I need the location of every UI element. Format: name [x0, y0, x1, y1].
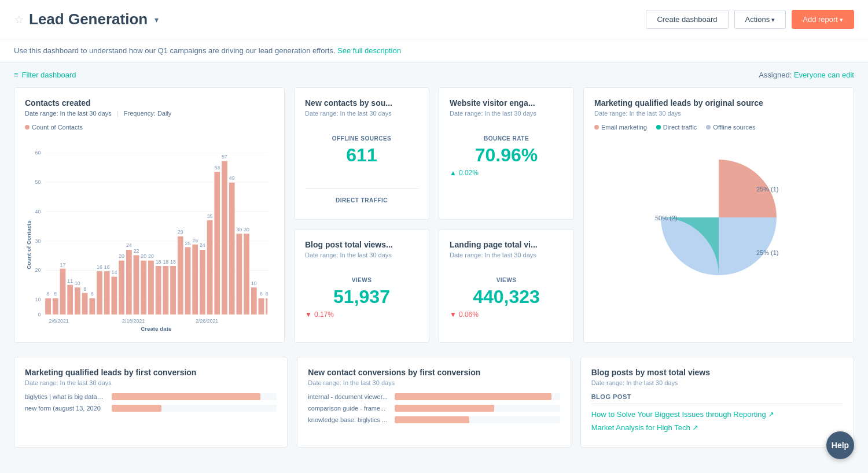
legend-dot-offline: [706, 125, 711, 130]
bar-6: [89, 298, 95, 315]
filter-icon: ≡: [14, 71, 19, 79]
svg-text:16: 16: [97, 264, 102, 270]
conv-item-label-1: comparison guide - frame...: [308, 405, 389, 412]
svg-text:20: 20: [119, 253, 124, 259]
pie-label-email: 25% (1): [756, 186, 779, 193]
website-change-value: 0.02%: [459, 169, 479, 177]
bar-28: [251, 287, 257, 315]
svg-text:60: 60: [35, 150, 41, 156]
mql-source-title: Marketing qualified leads by original so…: [594, 98, 843, 108]
bar-30: [266, 298, 267, 315]
new-contacts-subtitle: Date range: In the last 30 days: [305, 110, 418, 117]
svg-text:40: 40: [35, 209, 41, 215]
mql-source-subtitle: Date range: In the last 30 days: [594, 110, 843, 117]
svg-text:35: 35: [207, 213, 213, 219]
mql-legend: Email marketing Direct traffic Offline s…: [594, 124, 843, 131]
svg-text:2/16/2021: 2/16/2021: [122, 318, 145, 324]
bar-20: [192, 245, 198, 315]
landing-change-value: 0.06%: [459, 311, 479, 319]
svg-text:6: 6: [266, 291, 269, 297]
mql-first-conversion-title: Marketing qualified leads by first conve…: [25, 368, 277, 377]
website-metric-label: BOUNCE RATE: [450, 135, 563, 142]
bar-17: [170, 266, 176, 315]
blog-link-1[interactable]: Market Analysis for High Tech ↗: [591, 423, 843, 432]
bar-4: [75, 287, 80, 315]
filter-dashboard-button[interactable]: ≡ Filter dashboard: [14, 71, 76, 79]
svg-text:16: 16: [104, 264, 110, 270]
bar-22: [207, 220, 213, 315]
legend-offline: Offline sources: [706, 124, 755, 131]
bar-8: [104, 271, 110, 315]
list-item: biglytics | what is big data?: ebook for…: [25, 393, 277, 400]
website-visitor-card: Website visitor enga... Date range: In t…: [439, 87, 574, 220]
svg-text:49: 49: [229, 175, 235, 181]
bar-24: [222, 161, 227, 315]
arrow-down-icon-2: ▼: [450, 311, 457, 319]
filter-label: Filter dashboard: [22, 71, 76, 79]
legend-email-label: Email marketing: [601, 124, 647, 131]
bar-29: [259, 298, 264, 315]
svg-text:20: 20: [141, 253, 146, 259]
assigned-value[interactable]: Everyone can edit: [794, 71, 854, 79]
create-dashboard-button[interactable]: Create dashboard: [646, 10, 728, 29]
arrow-up-icon: ▲: [450, 169, 457, 177]
help-button[interactable]: Help: [826, 431, 854, 459]
svg-text:2/26/2021: 2/26/2021: [196, 318, 218, 324]
new-contact-conversions-card: New contact conversions by first convers…: [297, 357, 571, 448]
arrow-down-icon: ▼: [305, 311, 312, 319]
description-text: Use this dashboard to understand how our…: [14, 46, 335, 55]
bar-16: [163, 266, 168, 315]
landing-views-metric-label: VIEWS: [450, 277, 563, 283]
svg-text:Create date: Create date: [141, 326, 172, 332]
bar-14: [148, 261, 154, 315]
blog-views-change: ▼ 0.17%: [305, 311, 418, 319]
legend-email: Email marketing: [594, 124, 647, 131]
blog-link-0[interactable]: How to Solve Your Biggest Issues through…: [591, 410, 843, 419]
star-icon[interactable]: ☆: [14, 13, 24, 27]
landing-views-title: Landing page total vi...: [450, 240, 563, 249]
mql-item-bar-fill-1: [112, 405, 161, 412]
legend-label-contacts: Count of Contacts: [32, 124, 83, 131]
svg-text:10: 10: [75, 280, 80, 286]
blog-most-views-card: Blog posts by most total views Date rang…: [580, 357, 854, 448]
svg-text:Count of Contacts: Count of Contacts: [25, 220, 32, 269]
legend-dot-direct: [656, 125, 661, 130]
svg-text:24: 24: [200, 242, 205, 248]
bar-21: [200, 250, 205, 315]
contacts-created-subtitle: Date range: In the last 30 days | Freque…: [25, 110, 274, 117]
bar-0: [45, 298, 51, 315]
svg-text:6: 6: [54, 291, 57, 297]
conv-item-bar-0: [395, 393, 560, 400]
bar-10: [119, 261, 124, 315]
legend-dot-email: [594, 125, 599, 130]
chevron-down-icon[interactable]: ▾: [155, 15, 159, 24]
svg-text:18: 18: [163, 259, 168, 265]
bar-23: [214, 172, 220, 315]
bar-13: [141, 261, 146, 315]
mql-pie-area: 25% (1) 50% (2) 25% (1): [594, 131, 843, 304]
mql-item-bar-1: [112, 405, 277, 412]
bar-1: [53, 298, 58, 315]
list-item: internal - document viewer...: [308, 393, 560, 400]
mql-source-card: Marketing qualified leads by original so…: [583, 87, 854, 343]
actions-button[interactable]: Actions: [734, 10, 786, 29]
svg-text:8: 8: [83, 286, 86, 292]
svg-text:17: 17: [60, 262, 66, 268]
mql-first-conversion-list: biglytics | what is big data?: ebook for…: [25, 393, 277, 412]
blog-change-value: 0.17%: [314, 311, 334, 319]
contacts-created-title: Contacts created: [25, 98, 274, 108]
svg-text:25: 25: [185, 241, 191, 246]
legend-dot-contacts: [25, 125, 30, 130]
contacts-bar-chart: 60 50 40 30 20 10 0: [25, 135, 274, 332]
bar-25: [229, 183, 235, 315]
see-full-description-link[interactable]: See full description: [337, 46, 401, 55]
header: ☆ Lead Generation ▾ Create dashboard Act…: [0, 0, 868, 39]
bar-2: [60, 269, 66, 315]
legend-offline-label: Offline sources: [713, 124, 755, 131]
add-report-button[interactable]: Add report: [792, 10, 854, 29]
page-title: Lead Generation: [29, 10, 148, 28]
conv-item-bar-fill-1: [395, 405, 494, 412]
new-contacts-title: New contacts by sou...: [305, 98, 418, 108]
assigned-label: Assigned:: [759, 71, 792, 79]
bar-18: [178, 236, 183, 315]
